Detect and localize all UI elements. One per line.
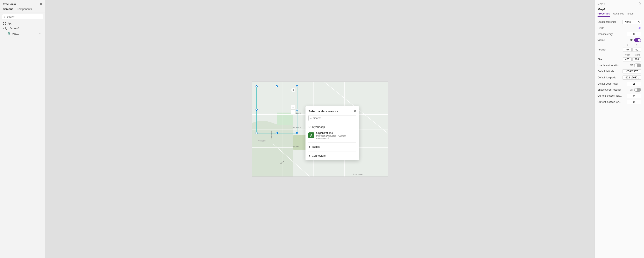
main-canvas-area: NE 51st St NE 40th St NE 30th 148th Ave …: [46, 0, 594, 258]
tree-item-app[interactable]: App: [0, 21, 45, 26]
svg-rect-3: [5, 24, 6, 25]
connectors-label: Connectors: [312, 154, 326, 157]
svg-text:verlake: verlake: [258, 139, 266, 142]
modal-search-box: ⌕: [308, 115, 356, 121]
organizations-name: Organizations: [316, 131, 356, 135]
svg-point-7: [9, 33, 9, 34]
svg-rect-4: [6, 27, 8, 29]
prop-size-width-input[interactable]: [623, 57, 632, 61]
prop-show-current-location-label: Show current location: [598, 88, 621, 91]
search-icon: ⌕: [4, 15, 5, 18]
prop-default-longitude: Default longitude: [595, 74, 644, 81]
prop-current-location-lat-input[interactable]: [627, 94, 641, 98]
tree-item-app-label: App: [8, 22, 12, 25]
svg-rect-2: [3, 24, 4, 25]
resize-handle-tr[interactable]: [296, 85, 298, 87]
resize-handle-mr[interactable]: [296, 109, 298, 111]
connectors-more-button[interactable]: ···: [352, 154, 356, 158]
prop-fields: Fields Edit: [595, 25, 644, 31]
tab-screens[interactable]: Screens: [3, 8, 14, 12]
svg-rect-1: [5, 22, 6, 23]
prop-fields-edit-link[interactable]: Edit: [637, 27, 641, 30]
tree-item-map1[interactable]: Map1 ···: [0, 31, 45, 36]
left-panel: Tree view ✕ Screens Components ⌕ App ▾ S…: [0, 0, 46, 258]
prop-visible-toggle[interactable]: [634, 38, 641, 42]
resize-handle-bl[interactable]: [256, 132, 258, 134]
prop-size-height-input[interactable]: [632, 57, 641, 61]
organizations-item[interactable]: Organizations Microsoft Dataverse - Curr…: [308, 130, 356, 141]
panel-expand-icon[interactable]: ❯: [639, 2, 641, 5]
prop-visible-label: Visible: [598, 39, 618, 42]
modal-close-button[interactable]: ✕: [354, 109, 356, 113]
prop-current-location-lat-label: Current location latit...: [598, 94, 622, 97]
component-type-label: MAP: [598, 3, 603, 5]
prop-visible-on-label: On: [630, 39, 633, 42]
tree-search-input[interactable]: [6, 15, 41, 18]
chevron-down-icon: ▾: [3, 27, 4, 30]
tables-section[interactable]: ❯ Tables ···: [306, 143, 359, 151]
prop-locations-select[interactable]: None: [622, 20, 641, 24]
prop-default-latitude-input[interactable]: [622, 69, 641, 73]
prop-show-current-location-toggle[interactable]: [634, 88, 641, 92]
map-zoom-controls: + −: [291, 105, 295, 114]
map-zoom-out-button[interactable]: −: [291, 110, 295, 114]
prop-size: Size: [595, 56, 644, 62]
prop-default-zoom-level-input[interactable]: [627, 82, 641, 86]
prop-show-current-location: Show current location Off: [595, 87, 644, 93]
svg-text:NE 30th: NE 30th: [293, 145, 299, 147]
right-panel: MAP ? ❯ Map1 Properties Advanced Ideas L…: [594, 0, 644, 258]
map-widget[interactable]: ⊕ + −: [256, 86, 298, 134]
x-sublabel: X: [623, 43, 632, 47]
prop-current-location-lon-input[interactable]: [627, 100, 641, 104]
prop-position-y-input[interactable]: [632, 48, 641, 52]
prop-transparency-input[interactable]: [627, 32, 641, 36]
prop-default-latitude-label: Default latitude: [598, 70, 618, 73]
resize-handle-tm[interactable]: [276, 85, 278, 87]
resize-handle-tl[interactable]: [256, 85, 258, 87]
modal-search-icon: ⌕: [310, 116, 312, 119]
prop-use-default-location-label: Use default location: [598, 64, 619, 67]
tables-more-button[interactable]: ···: [352, 145, 356, 149]
modal-header: Select a data source ✕: [306, 106, 359, 115]
chevron-down-icon: ❯: [308, 126, 311, 128]
svg-point-27: [311, 135, 312, 136]
svg-rect-0: [3, 22, 4, 23]
map-zoom-in-button[interactable]: +: [291, 105, 295, 109]
modal-search-input[interactable]: [313, 116, 354, 119]
resize-handle-ml[interactable]: [256, 109, 258, 111]
tab-ideas[interactable]: Ideas: [628, 12, 634, 17]
prop-size-label: Size: [598, 58, 618, 61]
tab-components[interactable]: Components: [17, 8, 32, 12]
in-your-app-section: ❯ In your app Organizations Microsoft Da…: [306, 123, 359, 142]
svg-rect-5: [6, 29, 7, 30]
help-icon[interactable]: ?: [604, 2, 605, 5]
tab-properties[interactable]: Properties: [598, 12, 610, 17]
width-sublabel: Width: [623, 53, 632, 56]
tree-view-tabs: Screens Components: [0, 8, 45, 13]
properties-list: Locations(Items) None Fields Edit Transp…: [595, 17, 644, 258]
resize-handle-br[interactable]: [296, 132, 298, 134]
y-sublabel: Y: [632, 43, 641, 47]
prop-use-default-location: Use default location Off: [595, 62, 644, 68]
prop-default-longitude-input[interactable]: [622, 75, 641, 80]
tree-item-screen1-label: Screen1: [10, 27, 20, 30]
map-tree-icon: [7, 32, 11, 35]
resize-handle-bm[interactable]: [276, 132, 278, 134]
prop-use-default-location-toggle[interactable]: [634, 64, 641, 67]
tree-item-screen1[interactable]: ▾ Screen1: [0, 26, 45, 31]
prop-locations-label: Locations(Items): [598, 21, 618, 23]
tab-advanced[interactable]: Advanced: [613, 12, 624, 17]
in-your-app-header[interactable]: ❯ In your app: [308, 124, 356, 130]
right-panel-tabs: Properties Advanced Ideas: [595, 12, 644, 17]
map1-context-menu-button[interactable]: ···: [38, 32, 42, 36]
map-compass-button[interactable]: ⊕: [291, 88, 295, 92]
screen-icon: [5, 27, 8, 30]
connectors-section[interactable]: ❯ Connectors ···: [306, 152, 359, 160]
tree-search-box: ⌕: [2, 14, 43, 19]
component-name-title: Map1: [595, 6, 644, 12]
prop-default-longitude-label: Default longitude: [598, 76, 618, 79]
panel-close-button[interactable]: ✕: [40, 3, 42, 6]
organizations-icon: [308, 133, 314, 138]
prop-position-x-input[interactable]: [623, 48, 632, 52]
prop-show-current-location-off-label: Off: [630, 88, 633, 91]
